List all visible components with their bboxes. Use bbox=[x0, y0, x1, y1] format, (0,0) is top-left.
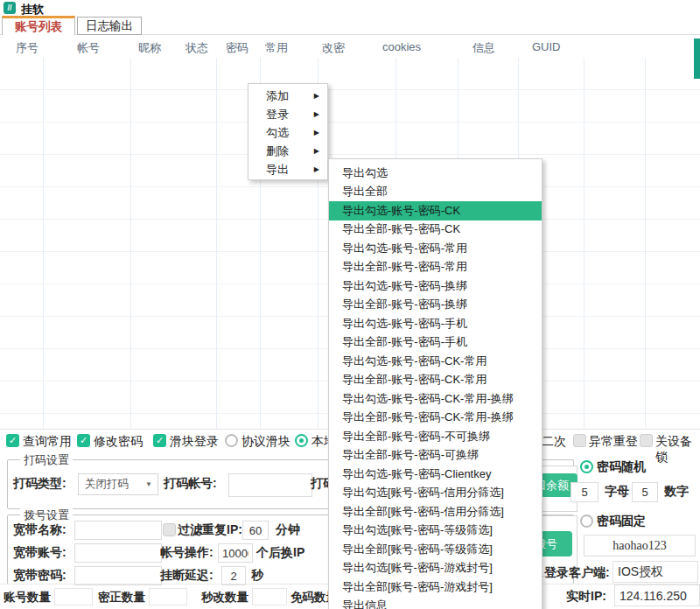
slider-login-checkbox[interactable] bbox=[153, 434, 166, 447]
export-menu-item[interactable]: 导出全部[账号-密码-等级筛选] bbox=[329, 540, 542, 559]
export-menu-item[interactable]: 导出勾选-账号-密码-换绑 bbox=[329, 276, 542, 296]
export-menu-item[interactable]: 导出全部-账号-密码-可换绑 bbox=[329, 446, 542, 466]
export-menu-item[interactable]: 导出全部-账号-密码-CK-常用-换绑 bbox=[329, 409, 542, 428]
digits-count-input[interactable] bbox=[632, 482, 658, 502]
menu-item-add-label: 添加 bbox=[266, 88, 289, 104]
filter-ip-input[interactable] bbox=[242, 521, 269, 540]
account-count-value bbox=[54, 588, 93, 606]
account-count-label: 账号数量 bbox=[4, 590, 51, 606]
digits-label: 数字 bbox=[664, 484, 689, 500]
hangup-delay-label: 挂断延迟: bbox=[160, 568, 214, 584]
export-menu-item[interactable]: 导出全部-账号-密码-手机 bbox=[329, 333, 542, 353]
menu-item-check-label: 勾选 bbox=[266, 125, 289, 141]
captcha-type-value: 关闭打码 bbox=[79, 477, 145, 492]
col-header-info[interactable]: 信息 bbox=[472, 40, 495, 56]
export-menu-item[interactable]: 导出勾选[账号-密码-游戏封号] bbox=[329, 559, 542, 578]
menu-item-check[interactable]: 勾选 bbox=[248, 123, 327, 142]
captcha-type-select[interactable]: 关闭打码 ▼ bbox=[78, 473, 158, 495]
filter-ip-unit: 分钟 bbox=[276, 522, 300, 538]
hangup-delay-unit: 秒 bbox=[251, 568, 263, 584]
protocol-slider-radio[interactable] bbox=[225, 434, 238, 447]
export-menu-item[interactable]: 导出勾选-账号-密码-CK-常用-换绑 bbox=[329, 389, 542, 409]
export-menu-item[interactable]: 导出勾选-账号-密码-常用 bbox=[329, 239, 542, 258]
col-header-changepwd[interactable]: 改密 bbox=[322, 40, 345, 56]
realtime-ip-text: 124.116.250 bbox=[620, 589, 687, 603]
export-menu-item[interactable]: 导出全部[账号-密码-信用分筛选] bbox=[329, 502, 542, 522]
password-random-radio[interactable] bbox=[580, 460, 593, 473]
captcha-account-input[interactable] bbox=[228, 473, 312, 497]
second-verify-label: 二次 bbox=[542, 434, 566, 450]
account-op-input[interactable] bbox=[218, 543, 253, 563]
modify-password-checkbox[interactable] bbox=[77, 434, 90, 447]
col-header-common[interactable]: 常用 bbox=[265, 40, 288, 56]
col-header-index[interactable]: 序号 bbox=[16, 40, 38, 56]
export-menu-item[interactable]: 导出勾选-账号-密码-Clientkey bbox=[329, 465, 542, 484]
realtime-ip-label: 实时IP: bbox=[566, 589, 606, 605]
chevron-down-icon: ▼ bbox=[145, 480, 158, 488]
grid-vline bbox=[130, 58, 131, 429]
export-submenu: 导出勾选 导出全部 导出勾选-账号-密码-CK 导出全部-账号-密码-CK 导出… bbox=[328, 158, 542, 609]
device-lock-checkbox[interactable] bbox=[640, 434, 653, 447]
menu-item-export[interactable]: 导出 bbox=[248, 160, 327, 178]
query-common-checkbox[interactable] bbox=[6, 434, 19, 447]
broadband-password-input[interactable] bbox=[74, 566, 162, 585]
broadband-account-input[interactable] bbox=[74, 543, 162, 563]
export-menu-item[interactable]: 导出全部-账号-密码-换绑 bbox=[329, 296, 542, 315]
modify-password-label: 修改密码 bbox=[94, 434, 143, 450]
account-op-label: 帐号操作: bbox=[160, 545, 214, 561]
export-menu-item[interactable]: 导出全部-账号-密码-CK bbox=[329, 220, 542, 240]
hangup-delay-input[interactable] bbox=[221, 566, 246, 585]
menu-item-login[interactable]: 登录 bbox=[248, 105, 327, 123]
export-menu-item[interactable]: 导出勾选-账号-密码-手机 bbox=[329, 314, 542, 333]
login-client-label: 登录客户端: bbox=[544, 565, 610, 581]
export-menu-item[interactable]: 导出勾选-账号-密码-CK-常用 bbox=[329, 352, 542, 371]
app-window: // 挂软 账号列表 日志输出 序号 帐号 昵称 状态 密码 常用 改密 coo… bbox=[0, 0, 700, 609]
broadband-password-label: 宽带密码: bbox=[13, 568, 66, 584]
export-menu-item[interactable]: 导出全部-账号-密码-不可换绑 bbox=[329, 427, 542, 446]
export-menu-item[interactable]: 导出全部 bbox=[329, 183, 542, 202]
local-slider-radio[interactable] bbox=[295, 434, 308, 447]
slider-login-label: 滑块登录 bbox=[170, 434, 219, 450]
dial-settings-title: 拨号设置 bbox=[20, 508, 73, 523]
app-icon: // bbox=[4, 2, 16, 14]
menu-item-delete[interactable]: 删除 bbox=[248, 142, 327, 160]
query-common-label: 查询常用 bbox=[23, 434, 72, 450]
grid-vline bbox=[584, 58, 584, 429]
tab-account-list-label: 账号列表 bbox=[15, 19, 62, 35]
col-header-account[interactable]: 帐号 bbox=[77, 40, 100, 56]
export-menu-item[interactable]: 导出信息 bbox=[329, 597, 542, 609]
menu-item-export-label: 导出 bbox=[266, 162, 289, 178]
verified-count-label: 密正数量 bbox=[98, 590, 145, 606]
col-header-password[interactable]: 密码 bbox=[226, 40, 248, 56]
col-header-nickname[interactable]: 昵称 bbox=[138, 40, 161, 56]
menu-item-add[interactable]: 添加 bbox=[248, 87, 327, 105]
export-menu-item-highlighted[interactable]: 导出勾选-账号-密码-CK bbox=[329, 201, 542, 220]
col-header-cookies[interactable]: cookies bbox=[382, 40, 421, 53]
export-menu-item[interactable]: 导出全部-账号-密码-常用 bbox=[329, 258, 542, 277]
realtime-ip-value: 124.116.250 bbox=[614, 584, 700, 606]
fixed-password-input[interactable] bbox=[584, 535, 696, 556]
quick-change-count-label: 秒改数量 bbox=[201, 590, 248, 606]
filter-ip-checkbox[interactable] bbox=[163, 523, 176, 536]
device-lock-label: 关设备锁 bbox=[655, 434, 700, 466]
tab-account-list[interactable]: 账号列表 bbox=[2, 16, 75, 35]
broadband-name-input[interactable] bbox=[74, 521, 162, 540]
password-fixed-radio[interactable] bbox=[580, 514, 593, 528]
account-op-unit: 个后换IP bbox=[256, 545, 304, 561]
quick-change-count-value bbox=[252, 588, 287, 606]
col-header-guid[interactable]: GUID bbox=[532, 40, 561, 53]
export-menu-item[interactable]: 导出全部[账号-密码-游戏封号] bbox=[329, 578, 542, 597]
export-menu-item[interactable]: 导出勾选 bbox=[329, 164, 542, 183]
tab-log-output[interactable]: 日志输出 bbox=[77, 17, 142, 35]
col-header-status[interactable]: 状态 bbox=[186, 40, 208, 56]
export-menu-item[interactable]: 导出全部-账号-密码-CK-常用 bbox=[329, 371, 542, 390]
login-client-select[interactable]: IOS授权 bbox=[612, 561, 698, 583]
abnormal-relogin-label: 异常重登 bbox=[589, 434, 638, 450]
export-menu-item[interactable]: 导出勾选[账号-密码-信用分筛选] bbox=[329, 484, 542, 503]
abnormal-relogin-checkbox[interactable] bbox=[573, 434, 586, 447]
verified-count-value bbox=[149, 588, 187, 606]
scrollbar-thumb[interactable] bbox=[694, 38, 700, 79]
letters-count-input[interactable] bbox=[570, 482, 598, 502]
filter-ip-label: 过滤重复IP: bbox=[178, 522, 242, 538]
export-menu-item[interactable]: 导出勾选[账号-密码-等级筛选] bbox=[329, 522, 542, 541]
